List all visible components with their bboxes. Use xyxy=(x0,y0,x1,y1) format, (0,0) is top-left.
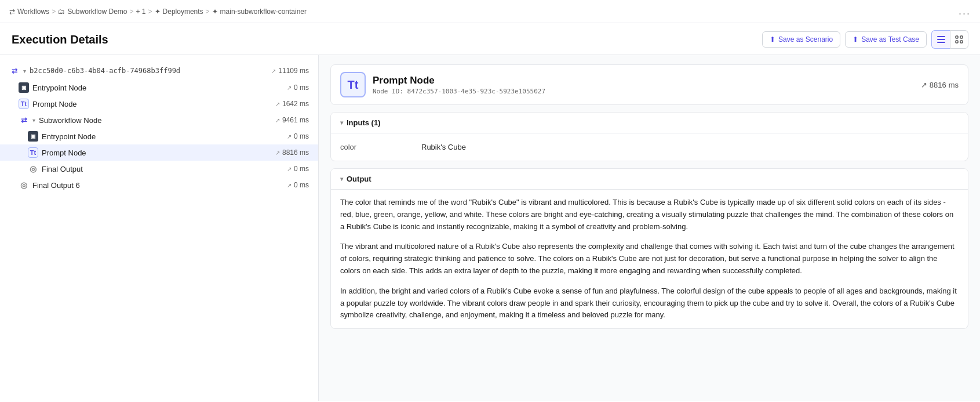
subwf-ms: 9461 ms xyxy=(282,116,309,124)
node-big-icon: Tt xyxy=(340,72,366,97)
svg-rect-3 xyxy=(956,36,958,38)
entrypoint-label-1: Entrypoint Node xyxy=(32,84,86,92)
breadcrumb-subworkflow-demo[interactable]: Subworkflow Demo xyxy=(67,8,127,16)
execution-tree: ⇄ ▾ b2cc50d0-c6b3-4b04-acfb-74968b3ff99d… xyxy=(0,55,319,401)
svg-rect-5 xyxy=(956,41,958,43)
output-section-card: ▾ Output The color that reminds me of th… xyxy=(330,168,968,329)
workflow-icon2: ✦ xyxy=(212,8,218,16)
workflow-root-icon: ⇄ xyxy=(9,66,20,76)
subwf-chevron[interactable]: ▾ xyxy=(32,117,35,124)
node-trend-icon: ↗ xyxy=(921,81,927,89)
node-header-card: Tt Prompt Node Node ID: 8472c357-1003-4e… xyxy=(330,64,968,105)
final-output-label-6: Final Output 6 xyxy=(32,181,80,190)
breadcrumb-plus1[interactable]: + 1 xyxy=(136,8,146,16)
workflow-icon: ⇄ xyxy=(9,8,15,16)
inputs-section-body: color Rubik's Cube xyxy=(331,133,968,161)
output-chevron-icon: ▾ xyxy=(340,176,343,182)
entry-icon-2: ▣ xyxy=(28,131,38,142)
output-icon-6: ◎ xyxy=(19,180,29,190)
list-icon xyxy=(937,35,945,44)
entrypoint-label-2: Entrypoint Node xyxy=(42,132,96,141)
view-toggle xyxy=(931,30,968,49)
main-header: Execution Details ⬆ Save as Scenario ⬆ S… xyxy=(0,23,980,55)
tree-item-final-output-6[interactable]: ◎ Final Output 6 ↗ 0 ms xyxy=(0,177,318,193)
prompt-label-2: Prompt Node xyxy=(42,149,86,157)
output-text: The color that reminds me of the word "R… xyxy=(340,197,959,321)
top-nav: ⇄ Workflows > 🗂 Subworkflow Demo > + 1 >… xyxy=(0,0,980,23)
root-chevron[interactable]: ▾ xyxy=(23,68,26,74)
graph-view-button[interactable] xyxy=(950,30,968,49)
output-para-1: The color that reminds me of the word "R… xyxy=(340,197,959,233)
final-output-ms-6: 0 ms xyxy=(294,181,309,189)
output-icon-1: ◎ xyxy=(28,164,38,174)
tree-item-final-output-1[interactable]: ◎ Final Output ↗ 0 ms xyxy=(0,161,318,177)
save-scenario-button[interactable]: ⬆ Save as Scenario xyxy=(762,31,840,48)
input-key-color: color xyxy=(340,143,410,151)
prompt-icon-1: Tt xyxy=(19,99,29,109)
final-output-label-1: Final Output xyxy=(42,165,83,173)
tree-item-prompt-2-selected[interactable]: Tt Prompt Node ↗ 8816 ms xyxy=(0,144,318,161)
prompt-label-1: Prompt Node xyxy=(32,100,77,108)
inputs-section-header[interactable]: ▾ Inputs (1) xyxy=(331,113,968,133)
final-output-ms-1: 0 ms xyxy=(294,165,309,173)
output-section-body: The color that reminds me of the word "R… xyxy=(331,190,968,328)
node-id: Node ID: 8472c357-1003-4e35-923c-5923e10… xyxy=(373,88,545,95)
svg-rect-4 xyxy=(960,36,963,38)
page-title: Execution Details xyxy=(12,33,108,46)
prompt-ms-1: 1642 ms xyxy=(282,100,309,108)
prompt-icon-2: Tt xyxy=(28,147,38,158)
header-actions: ⬆ Save as Scenario ⬆ Save as Test Case xyxy=(762,30,968,49)
deploy-icon: ✦ xyxy=(155,8,161,16)
inputs-section-card: ▾ Inputs (1) color Rubik's Cube xyxy=(330,112,968,161)
inputs-section-label: Inputs (1) xyxy=(347,118,381,127)
entrypoint-ms-1: 0 ms xyxy=(294,84,309,92)
breadcrumb-deployments[interactable]: Deployments xyxy=(163,8,203,16)
breadcrumb: ⇄ Workflows > 🗂 Subworkflow Demo > + 1 >… xyxy=(9,8,307,16)
save-scenario-icon: ⬆ xyxy=(770,35,775,44)
list-view-button[interactable] xyxy=(931,30,950,49)
folder-icon: 🗂 xyxy=(58,8,65,16)
root-execution-id: b2cc50d0-c6b3-4b04-acfb-74968b3ff99d xyxy=(30,67,180,75)
node-detail-panel: Tt Prompt Node Node ID: 8472c357-1003-4e… xyxy=(319,55,980,401)
save-test-button[interactable]: ⬆ Save as Test Case xyxy=(845,31,927,48)
subwf-icon: ⇄ xyxy=(19,115,29,125)
tree-item-entrypoint-1[interactable]: ▣ Entrypoint Node ↗ 0 ms xyxy=(0,79,318,96)
tree-item-entrypoint-2[interactable]: ▣ Entrypoint Node ↗ 0 ms xyxy=(0,128,318,144)
entry-icon-1: ▣ xyxy=(19,82,29,93)
output-para-3: In addition, the bright and varied color… xyxy=(340,285,959,321)
input-val-color: Rubik's Cube xyxy=(421,143,466,151)
more-options-button[interactable]: ... xyxy=(959,5,971,17)
breadcrumb-main-container[interactable]: main-subworkflow-container xyxy=(220,8,307,16)
tree-item-subworkflow[interactable]: ⇄ ▾ Subworkflow Node ↗ 9461 ms xyxy=(0,112,318,128)
svg-rect-1 xyxy=(937,39,945,40)
breadcrumb-workflows[interactable]: Workflows xyxy=(17,8,49,16)
svg-rect-6 xyxy=(960,41,963,43)
inputs-chevron-icon: ▾ xyxy=(340,119,343,126)
input-row-color: color Rubik's Cube xyxy=(340,140,959,154)
root-ms: 11109 ms xyxy=(278,67,309,75)
entrypoint-ms-2: 0 ms xyxy=(294,132,309,140)
tree-root-item[interactable]: ⇄ ▾ b2cc50d0-c6b3-4b04-acfb-74968b3ff99d… xyxy=(0,62,318,79)
output-para-2: The vibrant and multicolored nature of a… xyxy=(340,241,959,277)
save-test-icon: ⬆ xyxy=(853,35,858,44)
graph-icon xyxy=(955,35,963,44)
node-title: Prompt Node xyxy=(373,75,545,86)
root-trend-icon: ↗ xyxy=(271,68,276,74)
tree-item-prompt-1[interactable]: Tt Prompt Node ↗ 1642 ms xyxy=(0,96,318,112)
svg-rect-2 xyxy=(937,42,945,43)
output-section-label: Output xyxy=(347,175,371,183)
subwf-label: Subworkflow Node xyxy=(39,116,101,125)
output-section-header[interactable]: ▾ Output xyxy=(331,169,968,190)
body-layout: ⇄ ▾ b2cc50d0-c6b3-4b04-acfb-74968b3ff99d… xyxy=(0,55,980,401)
node-ms-display: ↗ 8816 ms xyxy=(921,81,959,89)
svg-rect-0 xyxy=(937,36,945,37)
prompt-ms-2: 8816 ms xyxy=(282,149,309,157)
